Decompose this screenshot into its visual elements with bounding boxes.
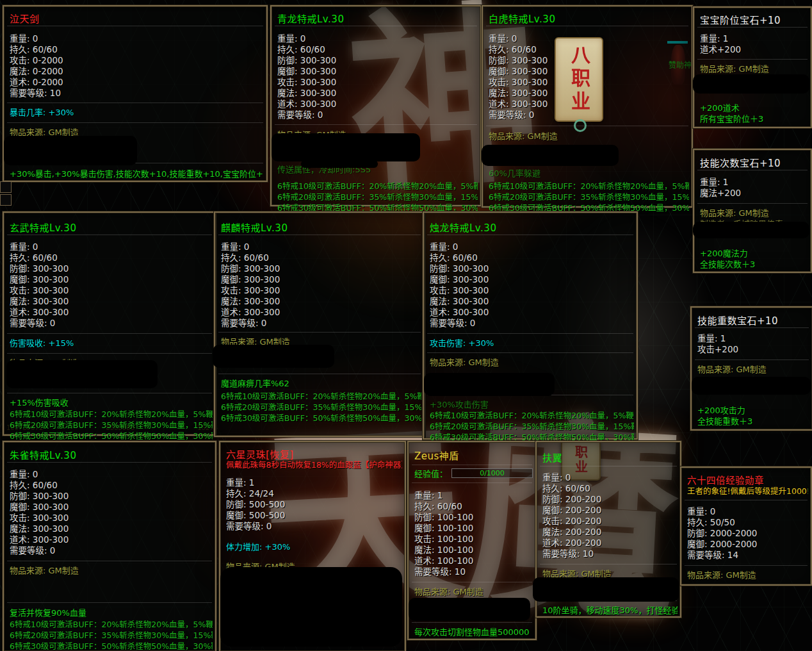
stat-line: 攻击: 300-300 xyxy=(221,285,421,296)
stat-line: 持久: 60/60 xyxy=(221,252,421,263)
jade-pendant xyxy=(574,119,587,132)
divider xyxy=(7,602,212,603)
stat-line: 重量: 0 xyxy=(277,33,478,44)
stat-line: 攻击: 300-300 xyxy=(10,285,213,296)
bonus-line: +200魔法力 xyxy=(700,248,808,259)
stat-line: 重量: 1 xyxy=(697,333,809,344)
divider xyxy=(7,333,212,334)
divider xyxy=(695,359,809,360)
divider xyxy=(427,333,633,334)
censor-blob xyxy=(693,222,809,238)
censor-blob xyxy=(301,160,378,168)
item-title: 白虎特戒Lv.30 xyxy=(489,12,689,25)
divider xyxy=(697,170,808,170)
stat-line: 攻击: 300-300 xyxy=(277,77,478,88)
stat-line: 攻击: 200-200 xyxy=(542,516,678,527)
censor-blob xyxy=(272,133,420,161)
divider xyxy=(412,482,532,483)
stat-line: 攻击: 100-100 xyxy=(414,534,533,545)
divider xyxy=(275,26,477,26)
stats-block: 重量: 0 持久: 60/60 攻击: 0-2000 魔法: 0-2000 道术… xyxy=(10,33,264,99)
divider xyxy=(412,465,532,465)
stats-block: 重量: 0 持久: 50/50 防御: 2000-2000 魔御: 2000-2… xyxy=(687,506,808,561)
stat-line: 防御: 100-100 xyxy=(414,512,533,523)
censor-blob xyxy=(693,74,809,94)
divider xyxy=(540,466,677,466)
stat-line: 重量: 0 xyxy=(10,33,264,44)
censor-blob xyxy=(533,577,679,602)
stat-line: 道术: 200-200 xyxy=(542,538,678,548)
item-title: 烛龙特戒Lv.30 xyxy=(430,220,634,234)
special-stat: 暴击几率: +30% xyxy=(10,107,264,118)
divider xyxy=(7,103,263,103)
exp-bar: 0/1000 xyxy=(451,468,533,478)
bonus-line: 全技能次数＋3 xyxy=(700,259,808,270)
item-source: 物品来源: GM制造 xyxy=(430,357,634,368)
stat-line: 攻击: 0-2000 xyxy=(10,55,264,66)
buff-line: 6特戒10级可激活BUFF：20%斩杀怪物20%血量，5%鞭尸 xyxy=(10,619,213,630)
bonus-line: +200道术 xyxy=(700,103,808,113)
special-stat: 体力增加: +30% xyxy=(226,541,402,552)
stat-line: 重量: 0 xyxy=(10,242,213,252)
buff-line: 6特戒30级可激活BUFF：50%斩杀怪物50%血量，30%鞭尸 xyxy=(10,641,213,651)
bonus-line: 复活并恢复90%血量 xyxy=(10,607,213,618)
stat-line: 需要等级: 0 xyxy=(221,318,421,329)
stat-line: 魔御: 200-200 xyxy=(542,505,678,516)
bonus-line: 10阶坐骑，移动速度30%，打怪经验+100% xyxy=(542,605,678,616)
divider xyxy=(218,332,421,333)
stat-line: 魔御: 300-300 xyxy=(10,502,213,513)
censor-blob xyxy=(409,598,530,621)
divider xyxy=(412,622,532,623)
stat-line: 重量: 1 xyxy=(700,177,808,188)
stat-line: 重量: 1 xyxy=(414,490,533,501)
item-source: 物品来源: GM制造 xyxy=(687,570,808,581)
ui-fragment-box xyxy=(0,194,12,206)
stat-line: 道术: 300-300 xyxy=(430,307,634,318)
divider xyxy=(7,26,263,26)
item-source: 物品来源: GM制造 xyxy=(700,208,808,218)
stat-line: 道术: 300-300 xyxy=(10,534,213,545)
tooltip-zhuque: 朱雀特戒Lv.30 重量: 0 持久: 60/60 防御: 300-300 魔御… xyxy=(3,441,216,651)
tooltip-qinglong: 青龙特戒Lv.30 重量: 0 持久: 60/60 防御: 300-300 魔御… xyxy=(270,5,482,206)
bonus-line: +200攻击力 xyxy=(697,405,809,416)
obscured-attribute: 60%几率躲避 xyxy=(489,168,689,179)
tooltip-zhulong: 烛龙特戒Lv.30 重量: 0 持久: 60/60 防御: 300-300 魔御… xyxy=(423,211,638,440)
stat-line: 魔御: 300-300 xyxy=(277,66,478,77)
divider xyxy=(7,393,212,393)
stat-line: 攻击: 300-300 xyxy=(10,513,213,523)
divider xyxy=(697,27,808,28)
stat-line: 持久: 50/50 xyxy=(687,517,808,528)
divider xyxy=(695,327,809,328)
stat-line: 持久: 60/60 xyxy=(10,44,264,55)
stats-block: 重量: 1 道术+200 xyxy=(700,33,808,55)
game-screenshot: 神 天 魔 100725072 8888988 16278 赞助神 职业 泣天剑… xyxy=(0,0,812,651)
stat-line: 需要等级: 10 xyxy=(414,566,533,577)
stat-line: 需要等级: 0 xyxy=(430,318,634,329)
stats-block: 重量: 0 持久: 60/60 防御: 300-300 魔御: 300-300 … xyxy=(10,469,213,556)
stats-block: 重量: 1 攻击+200 xyxy=(697,333,809,355)
stat-line: 持久: 24/24 xyxy=(226,488,402,499)
bonus-line: 全技能重数＋3 xyxy=(697,416,809,427)
profession-banner: 八职业 xyxy=(555,37,603,122)
stat-line: 防御: 300-300 xyxy=(10,263,213,274)
buff-line: 6特戒20级可激活BUFF：35%斩杀怪物30%血量，15%鞭尸 xyxy=(221,402,421,413)
censor-blob xyxy=(213,345,334,368)
stat-line: 重量: 0 xyxy=(10,469,213,480)
stat-line: 需要等级: 0 xyxy=(277,110,478,120)
censor-blob xyxy=(692,377,811,395)
buff-line: 6特戒20级可激活BUFF：35%斩杀怪物30%血量，15%鞭尸 xyxy=(430,421,634,432)
item-source: 物品来源: GM制造 xyxy=(700,63,808,74)
divider xyxy=(7,353,212,354)
stat-line: 魔法: 100-100 xyxy=(414,545,533,556)
stat-line: 防御: 300-300 xyxy=(430,263,634,274)
buff-block: 6特戒10级可激活BUFF：20%斩杀怪物20%血量，5%鞭尸 6特戒20级可激… xyxy=(430,410,634,443)
stat-line: 持久: 60/60 xyxy=(414,501,533,512)
divider xyxy=(697,59,808,60)
divider xyxy=(697,203,808,204)
divider xyxy=(427,235,633,235)
stat-line: 重量: 0 xyxy=(221,242,421,252)
divider xyxy=(7,235,212,235)
tooltip-medal: 六十四倍经验勋章 王者的象征!佩戴后等级提升1000! 重量: 0 持久: 50… xyxy=(680,466,812,586)
item-subtitle: 佩戴此珠每8秒自动恢复18%的血跟蓝【护命神器】 xyxy=(226,459,402,470)
buff-line: 6特戒20级可激活BUFF：35%斩杀怪物30%血量，15%鞭尸 xyxy=(10,630,213,641)
